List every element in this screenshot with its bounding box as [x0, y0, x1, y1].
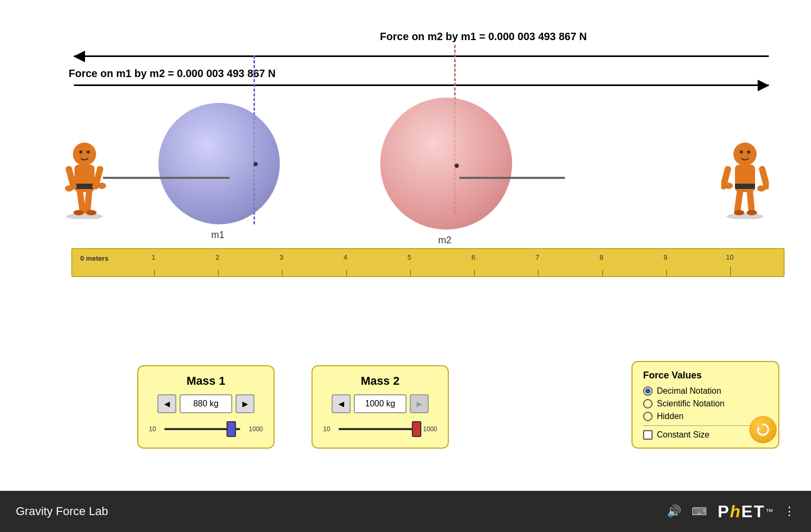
mass1-control-row: ◀ ▶: [149, 394, 263, 413]
force-m2-label: Force on m2 by m1 = 0.000 003 493 867 N: [380, 31, 587, 43]
mass2-min-label: 10: [323, 425, 330, 433]
svg-point-0: [66, 213, 103, 219]
mass2-control-row: ◀ ▶: [323, 394, 437, 413]
ruler-tick-3: [282, 270, 282, 276]
constant-size-checkbox[interactable]: [643, 430, 653, 440]
center-dot-m1: [253, 162, 258, 166]
phet-t-letter: T: [753, 502, 764, 521]
mass1-input[interactable]: [180, 394, 232, 413]
bottom-icons: 🔊 ⌨ P h E T ™ ⋮: [667, 502, 795, 521]
simulation-area: Force on m2 by m1 = 0.000 003 493 867 N …: [0, 0, 811, 491]
radio-scientific-icon[interactable]: [643, 399, 653, 408]
arrowhead-right: [758, 80, 769, 91]
radio-decimal[interactable]: Decimal Notation: [643, 386, 768, 396]
ruler-tick-8: [602, 270, 603, 276]
refresh-button[interactable]: [749, 416, 777, 443]
mass1-slider-track-container: [160, 419, 244, 440]
mass2-slider-row: 10 1000: [323, 419, 437, 440]
svg-point-18: [747, 210, 757, 215]
mass2-title: Mass 2: [323, 374, 437, 388]
svg-point-24: [757, 185, 766, 192]
svg-point-12: [79, 150, 82, 154]
svg-point-3: [73, 210, 84, 215]
divider: [643, 425, 768, 426]
radio-hidden-label: Hidden: [657, 412, 684, 421]
force-arrow-bottom: [74, 84, 769, 86]
phet-logo[interactable]: P h E T ™: [718, 502, 773, 521]
mass2-increment-button[interactable]: ▶: [410, 394, 429, 413]
mass1-title: Mass 1: [149, 374, 263, 388]
sphere-m2[interactable]: [380, 98, 512, 230]
mass2-slider-thumb[interactable]: [412, 421, 421, 437]
ruler-tick-10: [730, 267, 731, 276]
svg-point-17: [734, 210, 744, 215]
ruler-num-4: 4: [344, 253, 347, 261]
ruler: 0 meters 1 2 3 4 5 6 7 8 9 10: [71, 248, 785, 277]
force-arrows-container: Force on m2 by m1 = 0.000 003 493 867 N …: [69, 26, 774, 100]
mass2-max-label: 1000: [423, 425, 437, 433]
ruler-num-6: 6: [471, 253, 475, 261]
mass-label-m1: m1: [211, 230, 224, 241]
ruler-tick-4: [346, 270, 347, 276]
svg-point-10: [98, 183, 106, 189]
ruler-tick-7: [538, 270, 539, 276]
sound-icon[interactable]: 🔊: [667, 505, 681, 518]
phet-h-letter: h: [730, 502, 741, 521]
mass1-panel: Mass 1 ◀ ▶ 10 1000: [137, 365, 275, 449]
svg-rect-6: [74, 184, 95, 189]
svg-point-23: [724, 183, 733, 189]
phet-e-letter: E: [741, 502, 752, 521]
ruler-num-1: 1: [152, 253, 155, 261]
force-arrow-top: [74, 55, 769, 57]
mass1-slider-row: 10 1000: [149, 419, 263, 440]
ruler-tick-1: [154, 270, 155, 276]
svg-point-27: [747, 150, 750, 154]
mass1-slider-track[interactable]: [164, 428, 240, 430]
rod-left: [103, 177, 230, 179]
radio-decimal-label: Decimal Notation: [657, 386, 721, 396]
constant-size-label: Constant Size: [657, 430, 710, 440]
ruler-tick-9: [666, 270, 667, 276]
more-options-icon[interactable]: ⋮: [784, 505, 795, 518]
mass1-slider-thumb[interactable]: [227, 421, 236, 437]
svg-point-13: [87, 150, 90, 154]
mass2-input[interactable]: [354, 394, 407, 413]
sphere-m1[interactable]: [158, 103, 280, 224]
ruler-label-0: 0 meters: [80, 254, 108, 262]
svg-point-25: [733, 142, 757, 166]
ruler-num-8: 8: [600, 253, 603, 261]
mass2-decrement-button[interactable]: ◀: [332, 394, 351, 413]
radio-scientific[interactable]: Scientific Notation: [643, 399, 768, 408]
ruler-tick-5: [410, 270, 411, 276]
radio-decimal-icon[interactable]: [643, 386, 653, 396]
mass2-panel: Mass 2 ◀ ▶ 10 1000: [312, 365, 449, 449]
svg-point-9: [65, 185, 73, 192]
mass1-increment-button[interactable]: ▶: [235, 394, 254, 413]
svg-point-26: [740, 150, 743, 154]
radio-hidden[interactable]: Hidden: [643, 412, 768, 421]
radio-hidden-icon[interactable]: [643, 412, 653, 421]
mass1-min-label: 10: [149, 425, 156, 433]
ruler-num-2: 2: [215, 253, 219, 261]
mass2-slider-track[interactable]: [338, 428, 414, 430]
refresh-icon: [756, 422, 770, 437]
keyboard-icon[interactable]: ⌨: [692, 505, 707, 518]
ruler-num-3: 3: [279, 253, 283, 261]
app-title: Gravity Force Lab: [16, 505, 108, 518]
ruler-inner: 0 meters 1 2 3 4 5 6 7 8 9 10: [72, 249, 784, 276]
mass1-decrement-button[interactable]: ◀: [157, 394, 176, 413]
svg-point-14: [727, 213, 763, 219]
mass-label-m2: m2: [438, 235, 451, 246]
rod-right: [459, 177, 565, 179]
figure-right: [721, 137, 774, 222]
figure-left: [61, 137, 114, 222]
center-dot-m2: [455, 164, 459, 168]
svg-marker-28: [758, 426, 761, 430]
svg-rect-20: [735, 184, 755, 189]
ruler-num-9: 9: [664, 253, 667, 261]
ruler-tick-2: [218, 270, 219, 276]
ruler-tick-6: [474, 270, 475, 276]
bottom-bar: Gravity Force Lab 🔊 ⌨ P h E T ™ ⋮: [0, 491, 811, 532]
force-values-title: Force Values: [643, 370, 768, 381]
force-m1-label: Force on m1 by m2 = 0.000 003 493 867 N: [69, 68, 276, 80]
